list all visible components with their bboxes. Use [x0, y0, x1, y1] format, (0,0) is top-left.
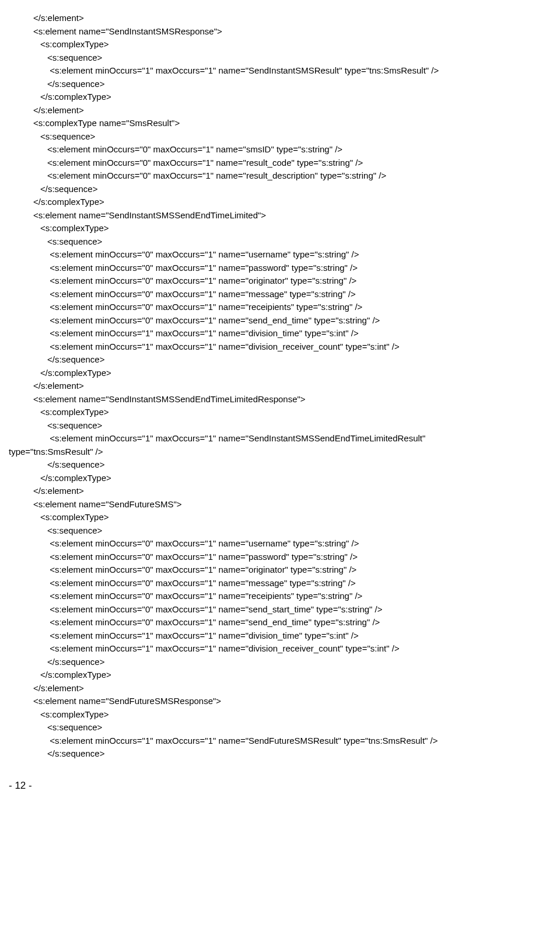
code-line: </s:complexType>: [9, 90, 551, 104]
code-line: <s:element minOccurs="0" maxOccurs="1" n…: [9, 551, 551, 564]
code-line: </s:element>: [9, 379, 551, 393]
code-line: <s:element minOccurs="0" maxOccurs="1" n…: [9, 156, 551, 170]
code-line: <s:element name="SendInstantSMSSendEndTi…: [9, 393, 551, 406]
code-line: <s:element minOccurs="0" maxOccurs="1" n…: [9, 603, 551, 616]
code-line: </s:element>: [9, 682, 551, 695]
code-line: <s:sequence>: [9, 235, 551, 249]
code-line: <s:element minOccurs="0" maxOccurs="1" n…: [9, 537, 551, 551]
code-line: <s:element minOccurs="1" maxOccurs="1" n…: [9, 340, 551, 354]
code-line: </s:complexType>: [9, 668, 551, 682]
code-line: <s:element minOccurs="1" maxOccurs="1" n…: [9, 64, 551, 78]
code-line: <s:complexType>: [9, 222, 551, 235]
code-line: <s:element name="SendFutureSMS">: [9, 498, 551, 511]
code-line: type="tns:SmsResult" />: [9, 445, 551, 459]
code-line: <s:complexType>: [9, 38, 551, 51]
code-line: </s:sequence>: [9, 183, 551, 196]
code-line: <s:element minOccurs="0" maxOccurs="1" n…: [9, 590, 551, 603]
code-line: <s:element minOccurs="0" maxOccurs="1" n…: [9, 314, 551, 328]
code-line: </s:element>: [9, 485, 551, 498]
code-line: </s:sequence>: [9, 458, 551, 472]
code-line: <s:element minOccurs="0" maxOccurs="1" n…: [9, 169, 551, 183]
code-line: <s:element minOccurs="0" maxOccurs="1" n…: [9, 288, 551, 301]
code-line: <s:element minOccurs="0" maxOccurs="1" n…: [9, 616, 551, 629]
code-line: <s:sequence>: [9, 524, 551, 538]
code-line: </s:sequence>: [9, 78, 551, 91]
code-line: <s:complexType>: [9, 511, 551, 524]
code-line: </s:sequence>: [9, 747, 551, 761]
code-line: <s:element minOccurs="0" maxOccurs="1" n…: [9, 563, 551, 577]
code-line: <s:element name="SendInstantSMSSendEndTi…: [9, 209, 551, 222]
code-line: <s:complexType name="SmsResult">: [9, 117, 551, 130]
code-line: <s:element minOccurs="1" maxOccurs="1" n…: [9, 327, 551, 340]
page-number: - 12 -: [9, 778, 551, 793]
code-line: <s:element name="SendInstantSMSResponse"…: [9, 25, 551, 39]
code-line: <s:element minOccurs="1" maxOccurs="1" n…: [9, 629, 551, 643]
code-line: </s:complexType>: [9, 196, 551, 209]
code-line: <s:sequence>: [9, 130, 551, 144]
code-line: <s:complexType>: [9, 406, 551, 419]
code-line: <s:complexType>: [9, 708, 551, 722]
code-line: </s:sequence>: [9, 656, 551, 669]
code-line: <s:element minOccurs="0" maxOccurs="1" n…: [9, 301, 551, 314]
code-line: <s:element minOccurs="0" maxOccurs="1" n…: [9, 274, 551, 288]
code-line: </s:complexType>: [9, 367, 551, 380]
code-line: <s:element minOccurs="1" maxOccurs="1" n…: [9, 734, 551, 748]
code-line: </s:element>: [9, 12, 551, 25]
document-body: </s:element><s:element name="SendInstant…: [9, 12, 551, 761]
code-line: </s:complexType>: [9, 472, 551, 485]
code-line: <s:sequence>: [9, 419, 551, 433]
code-line: <s:element minOccurs="1" maxOccurs="1" n…: [9, 432, 551, 445]
code-line: <s:element name="SendFutureSMSResponse">: [9, 695, 551, 708]
code-line: </s:sequence>: [9, 353, 551, 367]
code-line: </s:element>: [9, 104, 551, 117]
code-line: <s:element minOccurs="0" maxOccurs="1" n…: [9, 143, 551, 156]
code-line: <s:sequence>: [9, 51, 551, 65]
code-line: <s:element minOccurs="0" maxOccurs="1" n…: [9, 577, 551, 590]
code-line: <s:element minOccurs="1" maxOccurs="1" n…: [9, 642, 551, 656]
code-line: <s:sequence>: [9, 721, 551, 734]
code-line: <s:element minOccurs="0" maxOccurs="1" n…: [9, 262, 551, 275]
code-line: <s:element minOccurs="0" maxOccurs="1" n…: [9, 248, 551, 262]
